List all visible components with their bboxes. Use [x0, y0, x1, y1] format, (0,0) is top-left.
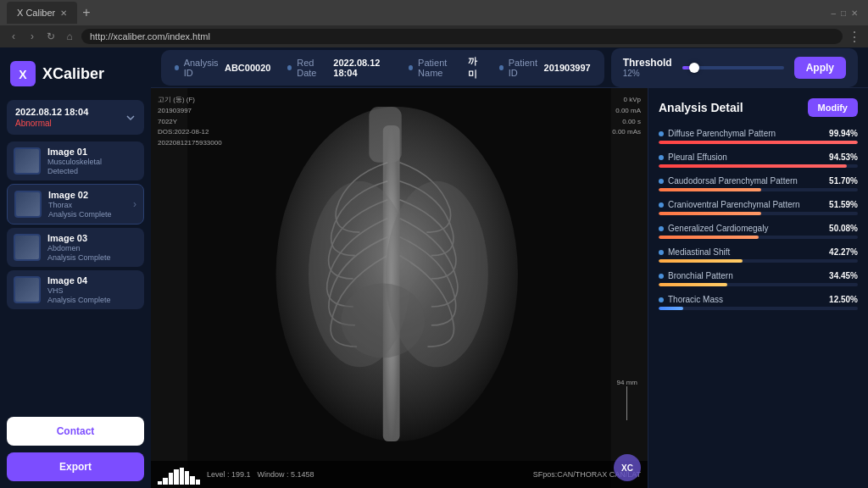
browser-nav: ‹ › ↻ ⌂ ⋮: [0, 25, 868, 47]
threshold-slider[interactable]: [682, 66, 784, 69]
sidebar-item-image03[interactable]: Image 03 Abdomen Analysis Complete: [7, 228, 144, 267]
threshold-thumb: [689, 63, 699, 73]
back-button[interactable]: ‹: [7, 30, 20, 42]
image-thumb-03: [14, 234, 41, 261]
finding-dot-6: [659, 274, 664, 279]
red-date-value: 2022.08.12 18:04: [333, 58, 392, 78]
logo-area: X XCaliber: [7, 54, 144, 97]
window-controls: – □ ✕: [831, 8, 858, 18]
sidebar-item-image04[interactable]: Image 04 VHS Analysis Complete: [7, 270, 144, 309]
finding-pct-3: 51.59%: [829, 200, 858, 209]
new-tab-icon[interactable]: +: [82, 5, 90, 20]
finding-dot-5: [659, 250, 664, 255]
finding-dot-2: [659, 179, 664, 184]
finding-row: Generalized Cardiomegaly 50.08%: [659, 224, 858, 239]
finding-dot-1: [659, 155, 664, 160]
finding-fill-2: [659, 188, 761, 191]
hist-bar-6: [185, 471, 189, 485]
home-button[interactable]: ⌂: [63, 30, 76, 42]
finding-pct-2: 51.70%: [829, 176, 858, 186]
close-button[interactable]: ✕: [851, 8, 858, 18]
export-button[interactable]: Export: [7, 452, 144, 481]
finding-pct-1: 94.53%: [829, 152, 858, 162]
finding-fill-0: [659, 141, 858, 144]
image-info-02: Image 02 Thorax Analysis Complete: [48, 190, 126, 219]
xray-svg: [151, 88, 648, 488]
patient-id-label: Patient ID: [509, 58, 539, 78]
forward-button[interactable]: ›: [25, 30, 39, 42]
image-info-03: Image 03 Abdomen Analysis Complete: [47, 233, 137, 262]
image-type-01: Musculoskeletal: [47, 158, 137, 166]
minimize-button[interactable]: –: [831, 8, 836, 18]
finding-name-4: Generalized Cardiomegaly: [659, 224, 768, 233]
app-container: X XCaliber 2022.08.12 18:04 Abnormal Ima…: [0, 47, 868, 488]
svg-text:XC: XC: [621, 463, 633, 473]
svg-text:X: X: [19, 68, 27, 81]
image-info-01: Image 01 Musculoskeletal Detected: [47, 147, 137, 175]
finding-row: Caudodorsal Parenchymal Pattern 51.70%: [659, 176, 858, 191]
date-entry[interactable]: 2022.08.12 18:04 Abnormal: [7, 100, 144, 135]
finding-row: Thoracic Mass 12.50%: [659, 295, 858, 310]
red-date-field: Red Date 2022.08.12 18:04: [287, 58, 392, 78]
finding-name-3: Cranioventral Parenchymal Pattern: [659, 200, 800, 209]
finding-pct-0: 99.94%: [829, 129, 858, 138]
patient-name-label: Patient Name: [418, 58, 463, 78]
modify-button[interactable]: Modify: [808, 98, 858, 117]
apply-button[interactable]: Apply: [794, 57, 846, 79]
analysis-id-label: Analysis ID: [184, 58, 220, 78]
contact-button[interactable]: Contact: [7, 417, 144, 446]
image-status-04: Analysis Complete: [47, 296, 137, 304]
xray-info-top-left: 고기 (동) (F) 201903997 7022Y DOS:2022-08-1…: [158, 95, 222, 149]
sidebar-item-image01[interactable]: Image 01 Musculoskeletal Detected: [7, 141, 144, 180]
finding-fill-1: [659, 164, 847, 168]
watermark-icon: XC: [620, 460, 635, 475]
browser-menu-icon[interactable]: ⋮: [848, 29, 861, 45]
finding-label-0: Diffuse Parenchymal Pattern: [668, 129, 776, 138]
image-status-01: Detected: [47, 167, 137, 175]
dot-icon-3: [409, 65, 413, 70]
xray-info-top-right: 0 kVp 0.00 mA 0.00 s 0.00 mAs: [612, 95, 641, 138]
xray-bottom-bar: Level : 199.1 Window : 5.1458 SFpos:CAN/…: [151, 461, 648, 488]
analysis-title: Analysis Detail: [659, 101, 743, 114]
finding-track-1: [659, 164, 858, 168]
dot-icon-2: [287, 65, 292, 70]
finding-pct-6: 34.45%: [829, 271, 858, 280]
finding-track-6: [659, 283, 858, 286]
finding-name-5: Mediastinal Shift: [659, 247, 730, 257]
finding-header-2: Caudodorsal Parenchymal Pattern 51.70%: [659, 176, 858, 186]
hist-bar-7: [190, 476, 194, 485]
tab-close-icon[interactable]: ✕: [60, 8, 67, 18]
finding-track-2: [659, 188, 858, 191]
watermark-button[interactable]: XC: [614, 454, 641, 481]
threshold-track: [682, 66, 784, 69]
browser-tab[interactable]: X Caliber ✕: [7, 2, 77, 24]
finding-dot-0: [659, 131, 664, 136]
finding-label-2: Caudodorsal Parenchymal Pattern: [668, 176, 798, 186]
image-title-01: Image 01: [47, 147, 137, 157]
window-value: Window : 5.1458: [258, 470, 314, 479]
image-thumb-02: [14, 191, 42, 218]
finding-row: Bronchial Pattern 34.45%: [659, 271, 858, 286]
xray-image: 고기 (동) (F) 201903997 7022Y DOS:2022-08-1…: [151, 88, 648, 488]
finding-pct-4: 50.08%: [829, 224, 858, 233]
analysis-header: Analysis Detail Modify: [659, 98, 858, 117]
maximize-button[interactable]: □: [841, 8, 846, 18]
date-label: 2022.08.12 18:04: [15, 107, 88, 117]
sidebar-bottom: Contact Export: [7, 410, 144, 481]
finding-name-7: Thoracic Mass: [659, 295, 723, 304]
finding-header-1: Pleural Effusion 94.53%: [659, 152, 858, 162]
finding-name-2: Caudodorsal Parenchymal Pattern: [659, 176, 798, 186]
top-bar: Analysis ID ABC00020 Red Date 2022.08.12…: [151, 47, 868, 88]
image-title-03: Image 03: [47, 233, 137, 243]
hist-bar-1: [158, 481, 162, 485]
image-info-04: Image 04 VHS Analysis Complete: [47, 275, 137, 304]
address-bar[interactable]: [81, 29, 843, 44]
finding-name-6: Bronchial Pattern: [659, 271, 733, 280]
finding-header-3: Cranioventral Parenchymal Pattern 51.59%: [659, 200, 858, 209]
dot-icon: [175, 65, 179, 70]
refresh-button[interactable]: ↻: [44, 30, 58, 42]
sidebar-item-image02[interactable]: Image 02 Thorax Analysis Complete ›: [7, 184, 144, 225]
finding-label-4: Generalized Cardiomegaly: [668, 224, 768, 233]
image-type-03: Abdomen: [47, 244, 137, 252]
finding-label-6: Bronchial Pattern: [668, 271, 733, 280]
